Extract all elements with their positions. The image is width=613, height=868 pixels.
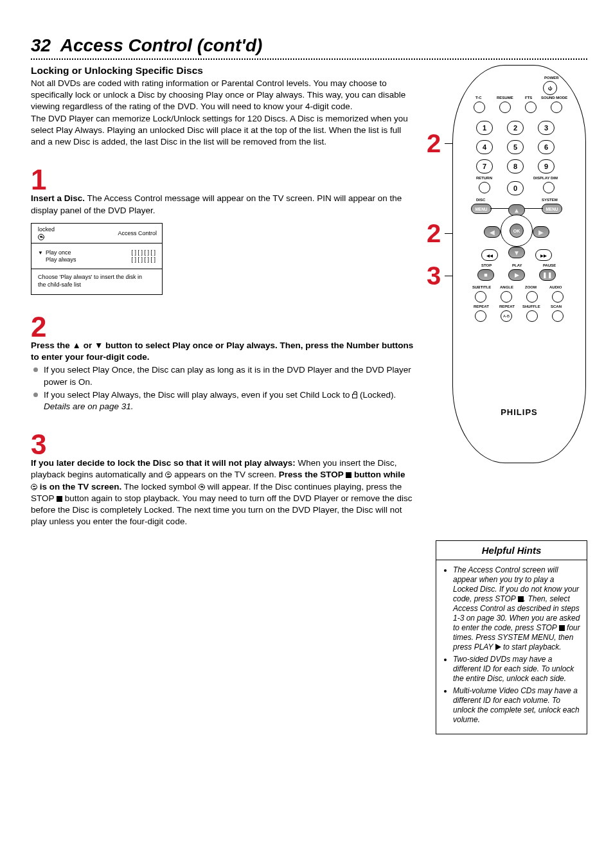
hint-2: Two-sided DVDs may have a different ID f… bbox=[453, 655, 580, 684]
num-6: 6 bbox=[538, 140, 555, 154]
num-0: 0 bbox=[507, 181, 524, 195]
sad-face-icon-2 bbox=[199, 484, 205, 490]
step-3-bold: If you later decide to lock the Disc so … bbox=[31, 458, 296, 468]
intro-paragraph-2: The DVD Player can memorize Lock/Unlock … bbox=[31, 113, 414, 148]
callout-2-number: 2 bbox=[427, 129, 441, 158]
soundmode-label: SOUND MODE bbox=[541, 96, 567, 100]
intro-paragraph-1: Not all DVDs are coded with rating infor… bbox=[31, 78, 414, 113]
step-2-text: Press the ▲ or ▼ button to select Play o… bbox=[31, 340, 414, 363]
audio-button bbox=[552, 291, 564, 303]
osd-bottom-line-2: the child-safe list bbox=[38, 281, 155, 289]
step-2-number: 2 bbox=[31, 313, 414, 341]
num-8: 8 bbox=[507, 159, 524, 173]
shuffle-button bbox=[526, 310, 538, 322]
displaydim-button bbox=[543, 182, 555, 193]
num-5: 5 bbox=[507, 140, 524, 154]
osd-cursor-icon: ▼ bbox=[38, 250, 43, 256]
smiley-icon-2 bbox=[31, 484, 37, 490]
stop-button: ■ bbox=[477, 269, 494, 281]
tc-label: T-C bbox=[475, 96, 482, 100]
page-number: 32 bbox=[31, 35, 51, 55]
step-1-bold: Insert a Disc. bbox=[31, 193, 85, 203]
power-button: ⏻ bbox=[543, 81, 557, 95]
page-title: 32 Access Control (cont'd) bbox=[31, 35, 587, 56]
disc-label: DISC bbox=[476, 198, 485, 202]
num-4: 4 bbox=[476, 140, 493, 154]
stop-icon-hint-2 bbox=[559, 625, 565, 631]
return-button bbox=[479, 182, 490, 193]
repeat-label: REPEAT bbox=[474, 305, 489, 308]
sad-face-icon bbox=[38, 234, 44, 240]
dpad-left: ◀ bbox=[484, 226, 501, 238]
page-title-text: Access Control (cont'd) bbox=[60, 35, 263, 55]
callout-3-number: 3 bbox=[427, 261, 441, 290]
helpful-hints-list: The Access Control screen will appear wh… bbox=[443, 565, 580, 725]
num-2: 2 bbox=[507, 121, 524, 135]
helpful-hints-box: Helpful Hints The Access Control screen … bbox=[436, 540, 587, 734]
dpad-down: ▼ bbox=[508, 247, 525, 258]
step-1-text: Insert a Disc. The Access Control messag… bbox=[31, 193, 414, 216]
smiley-icon bbox=[165, 472, 172, 478]
shuffle-label: SHUFFLE bbox=[522, 305, 540, 308]
section-heading: Locking or Unlocking Specific Discs bbox=[31, 65, 414, 76]
step-2-bullets: If you select Play Once, the Disc can pl… bbox=[31, 364, 414, 412]
angle-label: ANGLE bbox=[500, 285, 513, 289]
step-2-bullet-2: If you select Play Always, the Disc will… bbox=[32, 389, 414, 412]
play-icon-hint bbox=[495, 644, 501, 650]
helpful-hints-title: Helpful Hints bbox=[436, 541, 587, 560]
num-3: 3 bbox=[538, 121, 555, 135]
subtitle-label: SUBTITLE bbox=[472, 285, 491, 289]
audio-label: AUDIO bbox=[549, 285, 562, 289]
next-button: ▸▸ bbox=[535, 249, 552, 261]
pause-label: PAUSE bbox=[543, 263, 556, 267]
callout-2b-number: 2 bbox=[427, 219, 441, 248]
osd-bottom-line-1: Choose 'Play always' to insert the disk … bbox=[38, 273, 155, 281]
pause-button: ❚❚ bbox=[539, 269, 556, 281]
osd-screen: locked Access Control ▼Play once [ ] [ ]… bbox=[31, 223, 163, 295]
step-3-text: If you later decide to lock the Disc so … bbox=[31, 457, 414, 527]
ok-button: OK bbox=[510, 224, 524, 238]
prev-button: ◂◂ bbox=[481, 249, 498, 261]
power-label: POWER bbox=[544, 76, 559, 80]
step-1-rest: The Access Control message will appear o… bbox=[31, 193, 402, 215]
osd-code-1: [ ] [ ] [ ] [ ] bbox=[131, 249, 155, 256]
play-button: ▶ bbox=[508, 269, 525, 281]
step-2-bold: Press the ▲ or ▼ button to select Play o… bbox=[31, 341, 413, 362]
hint-3: Multi-volume Video CDs may have a differ… bbox=[453, 686, 580, 725]
scan-label: SCAN bbox=[551, 305, 562, 308]
osd-play-once: Play once bbox=[46, 249, 71, 256]
system-menu-button: MENU bbox=[542, 204, 562, 214]
soundmode-button bbox=[551, 102, 562, 113]
num-1: 1 bbox=[476, 121, 493, 135]
return-label: RETURN bbox=[476, 176, 492, 180]
num-7: 7 bbox=[476, 159, 493, 173]
system-label: SYSTEM bbox=[542, 198, 558, 202]
step-3-number: 3 bbox=[31, 430, 414, 459]
displaydim-label: DISPLAY DIM bbox=[533, 176, 558, 180]
tc-button bbox=[474, 102, 485, 113]
repeat-ab-label: REPEAT bbox=[499, 305, 515, 308]
num-9: 9 bbox=[538, 159, 555, 173]
repeat-ab-button: A-B bbox=[501, 310, 512, 322]
dpad-right: ▶ bbox=[533, 226, 549, 238]
lock-icon bbox=[352, 394, 357, 398]
stop-icon-hint-1 bbox=[518, 596, 524, 602]
osd-code-2: [ ] [ ] [ ] [ ] bbox=[131, 256, 155, 263]
osd-locked-label: locked bbox=[38, 226, 55, 233]
step-1-number: 1 bbox=[31, 166, 414, 194]
remote-illustration: 2 2 3 POWER ⏻ T-C RESUME FTS SOUND MODE bbox=[433, 65, 587, 470]
divider-dotted bbox=[31, 58, 587, 60]
repeat-button bbox=[475, 310, 486, 322]
fts-button bbox=[525, 102, 537, 113]
scan-button bbox=[552, 310, 564, 322]
disc-menu-button: MENU bbox=[471, 204, 492, 214]
resume-button bbox=[499, 102, 511, 113]
osd-access-control-label: Access Control bbox=[118, 230, 157, 236]
stop-label: STOP bbox=[481, 263, 492, 267]
brand-label: PHILIPS bbox=[453, 407, 585, 417]
stop-icon-2 bbox=[57, 496, 62, 502]
play-label: PLAY bbox=[512, 263, 522, 267]
stop-icon bbox=[346, 472, 351, 478]
hint-1: The Access Control screen will appear wh… bbox=[453, 565, 580, 652]
angle-button bbox=[501, 291, 512, 303]
